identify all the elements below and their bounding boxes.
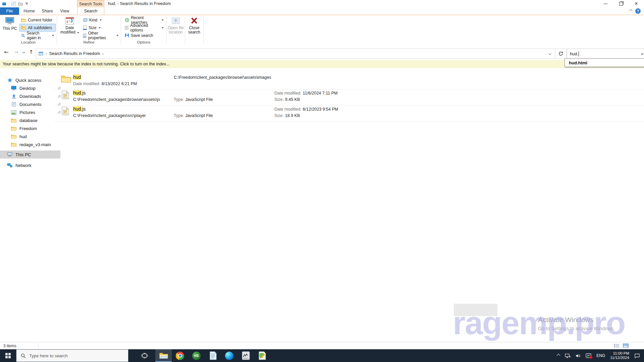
restore-button[interactable] [613, 0, 629, 7]
this-pc-icon [7, 152, 13, 157]
breadcrumb-item[interactable]: Search Results in Freedom [49, 51, 100, 56]
taskbar-time: 11:00 PM [610, 351, 629, 356]
network-icon [7, 163, 13, 168]
taskbar-icon-text-editor[interactable] [205, 349, 221, 362]
location-icon [39, 52, 43, 56]
documents-icon [11, 102, 17, 107]
help-icon[interactable]: ? [635, 8, 641, 14]
start-button[interactable] [0, 349, 16, 362]
result-row[interactable]: hud.js C:\Freedom\client_packages\src\pl… [54, 105, 644, 122]
group-separator [203, 16, 204, 44]
task-view-button[interactable] [137, 349, 153, 362]
search-suggestion-item[interactable]: hud.html [565, 58, 644, 67]
dropdown-caret-icon [77, 32, 79, 34]
sidebar-item-quick-access[interactable]: Quick access [0, 76, 60, 84]
this-pc-button[interactable]: This PC [2, 16, 17, 38]
address-bar-row: ← → ↑ › Search Results in Freedom › hud.… [0, 45, 644, 60]
taskbar-icon-file-explorer[interactable] [155, 349, 172, 362]
dropdown-caret-icon [99, 27, 101, 28]
search-input[interactable]: hud. × [567, 49, 644, 59]
chrome-icon [176, 352, 184, 360]
address-dropdown-icon[interactable] [549, 52, 551, 55]
language-indicator[interactable]: ENG [596, 353, 605, 358]
minimize-icon [604, 4, 607, 4]
customize-qat-icon[interactable] [25, 3, 28, 5]
taskbar-icon-edge[interactable] [221, 349, 237, 362]
result-row[interactable]: hud Date modified:8/13/2022 6:21 PM C:\F… [54, 73, 644, 89]
advanced-options-button[interactable]: Advanced options [123, 24, 165, 32]
back-icon[interactable]: ← [4, 49, 8, 55]
current-folder-button[interactable]: Current folder [19, 16, 56, 24]
history-dropdown-icon[interactable] [22, 51, 25, 53]
minimize-ribbon-icon[interactable] [629, 9, 633, 13]
quick-access-star-icon [7, 78, 13, 82]
folder-icon [61, 75, 71, 83]
pictures-icon [11, 110, 17, 115]
result-path: C:\Freedom\client_packages\browser\asset… [73, 97, 160, 102]
edge-icon [225, 352, 233, 360]
refresh-button[interactable] [555, 49, 567, 59]
ribbon-group-refine: Date modified Kind Size Other properties… [57, 15, 121, 45]
taskbar-clock[interactable]: 11:00 PM 11/12/2024 [610, 351, 629, 360]
folder-icon [11, 126, 17, 130]
dropdown-caret-icon [116, 35, 118, 36]
other-properties-button[interactable]: Other properties [81, 32, 120, 39]
sidebar-item-network[interactable]: Network [0, 161, 60, 169]
results-list: hud Date modified:8/13/2022 6:21 PM C:\F… [54, 68, 644, 342]
save-search-button[interactable]: Save search [123, 32, 165, 39]
result-name[interactable]: hud [73, 74, 81, 80]
search-icon [21, 353, 26, 358]
tray-volume-icon[interactable] [576, 354, 581, 358]
sidebar-item-this-pc[interactable]: This PC [0, 150, 60, 159]
address-bar[interactable]: › Search Results in Freedom › [36, 49, 555, 59]
title-bar: ✓ Search Tools hud. - Search Results in … [0, 0, 644, 7]
taskbar-search-input[interactable]: Type here to search [16, 349, 128, 362]
properties-icon[interactable]: ✓ [11, 2, 16, 6]
taskbar-icon-chrome[interactable] [172, 349, 188, 362]
desktop-icon [11, 86, 17, 90]
result-name[interactable]: hud.js [73, 106, 86, 112]
result-date-modified: Date modified:11/6/2024 7:11 PM [274, 91, 337, 96]
notepad-icon [209, 351, 217, 360]
taskbar-icon-hs[interactable]: HS [188, 349, 205, 362]
tray-network-icon[interactable] [565, 354, 571, 358]
open-file-location-button[interactable]: Open file location [167, 16, 185, 38]
date-modified-button[interactable]: Date modified [60, 16, 80, 38]
group-label-refine: Refine [57, 40, 121, 44]
taskbar-icon-notepad-plus-plus[interactable] [254, 349, 270, 362]
tray-expand-icon[interactable] [557, 354, 560, 357]
restore-icon [619, 2, 623, 6]
details-view-icon[interactable] [614, 344, 620, 348]
result-type: Type:JavaScript File [174, 97, 213, 102]
ribbon-group-options: Recent searches Advanced options Save se… [121, 15, 166, 45]
index-warning-text: Your searches might be slow because the … [3, 62, 170, 66]
tab-file[interactable]: File [0, 7, 19, 15]
result-row[interactable]: hud.js C:\Freedom\client_packages\browse… [54, 89, 644, 106]
new-folder-icon[interactable] [18, 2, 23, 6]
taskbar-icon-recorder-app[interactable] [237, 349, 254, 362]
forward-icon[interactable]: → [14, 49, 18, 55]
recent-searches-icon [125, 18, 129, 22]
search-again-button[interactable]: Search again in [19, 32, 56, 39]
minimize-button[interactable] [598, 0, 613, 7]
tray-recorder-icon[interactable] [586, 353, 591, 358]
close-search-button[interactable]: Close search [186, 16, 202, 38]
taskbar-date: 11/12/2024 [610, 356, 629, 360]
close-icon [635, 1, 638, 6]
tab-home[interactable]: Home [21, 7, 38, 15]
tab-view[interactable]: View [57, 7, 72, 15]
close-button[interactable] [629, 0, 644, 7]
search-tools-contextual-tab[interactable]: Search Tools [77, 0, 104, 8]
qat-separator [9, 1, 9, 6]
tab-search[interactable]: Search [77, 7, 104, 15]
result-name[interactable]: hud.js [73, 90, 86, 96]
tab-share[interactable]: Share [39, 7, 56, 15]
up-icon[interactable]: ↑ [29, 49, 33, 55]
gray-app-icon [242, 351, 250, 360]
refresh-icon [558, 51, 563, 56]
action-center-icon[interactable] [634, 353, 640, 358]
index-warning-bar[interactable]: Your searches might be slow because the … [0, 60, 644, 68]
kind-button[interactable]: Kind [81, 16, 120, 24]
clear-search-icon[interactable]: × [641, 51, 644, 57]
large-icons-view-icon[interactable] [623, 344, 629, 348]
